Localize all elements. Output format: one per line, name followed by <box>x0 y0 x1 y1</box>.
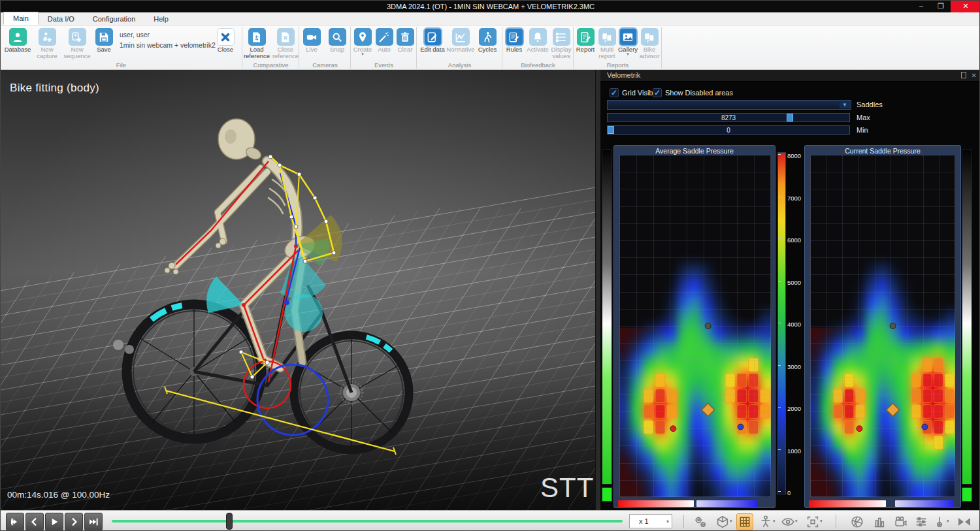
display-values-list-icon <box>553 28 570 46</box>
3d-viewport[interactable]: STT Bike fitting (body) 00m:14s.016 @ 10… <box>1 70 595 510</box>
normative-button[interactable]: Normative <box>445 28 476 53</box>
close-reference-button[interactable]: Close reference <box>270 28 301 60</box>
fit-dropdown-caret[interactable]: ▾ <box>820 519 823 524</box>
load-reference-icon <box>248 28 266 46</box>
average-pressure-heatmap <box>619 155 771 497</box>
average-right-balance-bar <box>696 500 757 507</box>
panel-splitter[interactable] <box>595 70 600 510</box>
aperture-icon[interactable] <box>849 513 866 530</box>
current-left-balance-bar <box>809 500 886 507</box>
step-forward-button[interactable] <box>65 513 83 531</box>
cycles-button[interactable]: Cycles <box>474 28 501 53</box>
scale-tick-dash <box>778 491 781 492</box>
eye-dropdown-caret[interactable]: ▾ <box>795 519 798 524</box>
video-recorder-icon[interactable] <box>892 513 909 530</box>
toolbar-separator-2 <box>836 515 836 528</box>
toolbar-separator <box>683 515 684 528</box>
panel-close-icon[interactable]: ✕ <box>972 72 977 79</box>
activate-bell-icon <box>529 28 547 46</box>
group-label-file: File <box>1 61 242 69</box>
edit-data-button[interactable]: Edit data <box>417 28 448 53</box>
scale-tick-label: 2000 <box>787 405 801 412</box>
tab-configuration[interactable]: Configuration <box>84 13 144 25</box>
scale-tick-label: 7000 <box>787 195 801 202</box>
skeleton-dropdown-caret[interactable]: ▾ <box>773 519 776 524</box>
tab-data-io[interactable]: Data I/O <box>39 13 84 25</box>
create-dropdown-caret[interactable]: ▾ <box>350 53 376 56</box>
load-reference-button[interactable]: Load reference <box>242 28 272 60</box>
scale-tick-dash <box>778 281 781 282</box>
restore-button[interactable]: ❐ <box>931 1 951 12</box>
pressure-color-scale <box>777 152 786 494</box>
3d-cube-icon[interactable] <box>714 513 731 530</box>
clear-events-button[interactable]: Clear <box>392 28 418 53</box>
current-pressure-heatmap <box>810 155 955 497</box>
close-session-button[interactable]: Close <box>211 28 240 53</box>
temperature-dropdown-caret[interactable]: ▾ <box>947 519 949 524</box>
ribbon-group-cameras: Live Snap Cameras <box>300 27 351 69</box>
velometrik-panel-header[interactable]: Velometrik ✕ <box>600 70 980 82</box>
min-slider-handle[interactable] <box>608 126 614 134</box>
timeline-handle[interactable] <box>226 513 233 530</box>
new-capture-button[interactable]: New capture <box>33 28 61 60</box>
3d-scene: STT <box>1 70 595 510</box>
tab-main[interactable]: Main <box>3 12 39 25</box>
play-button[interactable] <box>45 513 63 531</box>
session-file: 1min sin webcam + velometrik2 <box>120 41 216 49</box>
scale-tick-dash <box>778 238 781 239</box>
playback-toolbar: x 1 ▾ ▾ ▾ ▾ ▾ <box>1 510 980 531</box>
ribbon-group-analysis: Edit data Normative Cycles Analysis <box>417 27 502 69</box>
tab-help[interactable]: Help <box>144 13 178 25</box>
bike-advisor-button[interactable]: Bike advisor <box>636 28 663 60</box>
fit-view-icon[interactable] <box>804 513 821 530</box>
dropdown-arrow-icon[interactable]: ▼ <box>840 101 850 108</box>
scale-tick-label: 3000 <box>787 363 801 370</box>
save-button[interactable]: Save <box>92 28 116 53</box>
skeleton-view-icon[interactable] <box>757 513 774 530</box>
new-sequence-icon <box>69 28 86 46</box>
grid-view-icon[interactable] <box>736 513 753 530</box>
saddles-dropdown[interactable]: ▼ <box>607 100 851 110</box>
snap-button[interactable]: Snap <box>323 28 351 53</box>
skip-end-button[interactable] <box>84 513 103 531</box>
saddles-label: Saddles <box>857 101 883 108</box>
max-slider[interactable]: 8273 <box>607 113 850 122</box>
close-reference-icon <box>277 28 295 46</box>
database-button[interactable]: Database <box>3 28 33 53</box>
minimize-button[interactable]: – <box>911 1 931 12</box>
temperature-icon[interactable] <box>931 513 948 530</box>
average-left-balance-bar <box>618 500 694 507</box>
render-mode-icon[interactable] <box>956 513 973 530</box>
rules-checklist-icon <box>506 28 523 46</box>
min-slider[interactable]: 0 <box>607 125 850 135</box>
normative-chart-icon <box>452 28 470 46</box>
application-window: 3DMA 2024.1 (OT) - 1MIN SIN WEBCAM + VEL… <box>0 0 980 531</box>
visibility-eye-icon[interactable] <box>779 513 796 530</box>
charts-icon[interactable] <box>871 513 888 530</box>
left-force-gauge-peak <box>602 487 612 502</box>
scale-tick-dash <box>778 407 781 408</box>
group-label-biofeedback: Biofeedback <box>503 61 573 69</box>
ribbon-group-reports: Report Multi report Gallery ▾ Bike advi <box>574 27 662 69</box>
settings-gears-icon[interactable] <box>692 513 709 530</box>
show-disabled-checkbox[interactable]: ✓ <box>653 88 662 97</box>
grid-visible-checkbox[interactable]: ✓ <box>610 88 619 97</box>
max-value: 8273 <box>721 114 736 121</box>
right-force-gauge-peak <box>962 487 972 502</box>
scale-tick-label: 0 <box>787 489 791 496</box>
min-value: 0 <box>727 127 730 134</box>
timeline-track[interactable] <box>112 520 623 523</box>
new-sequence-button[interactable]: New sequence <box>61 28 93 60</box>
close-x-icon <box>217 28 235 46</box>
display-options-icon[interactable] <box>913 513 930 530</box>
skip-start-button[interactable] <box>6 513 24 531</box>
step-back-button[interactable] <box>25 513 44 531</box>
playback-speed-select[interactable]: x 1 ▾ <box>629 514 672 528</box>
close-window-button[interactable]: ✕ <box>951 1 980 12</box>
max-slider-handle[interactable] <box>787 114 793 121</box>
scale-tick-dash <box>778 154 781 155</box>
edit-data-icon <box>424 28 442 46</box>
pin-icon[interactable] <box>961 72 966 78</box>
cube-dropdown-caret[interactable]: ▾ <box>730 519 732 524</box>
live-button[interactable]: Live <box>298 28 325 53</box>
